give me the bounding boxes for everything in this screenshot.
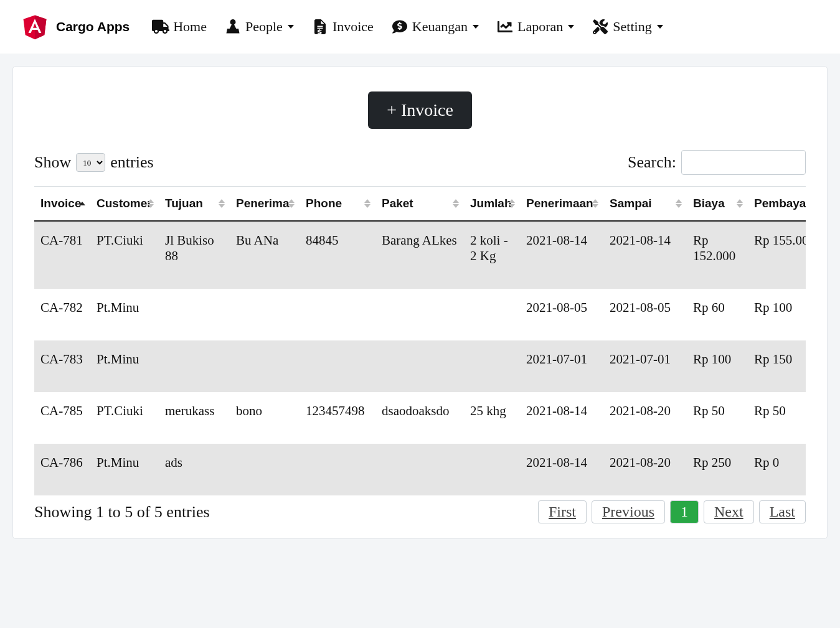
cell-invoice: CA-786 [34, 444, 90, 495]
pager-first[interactable]: First [538, 500, 587, 523]
col-sampai[interactable]: Sampai [603, 187, 687, 221]
cell-pembayaran: Rp 150 [748, 340, 806, 392]
caret-down-icon [473, 25, 479, 29]
cell-paket: dsaodoaksdo [375, 392, 464, 444]
cell-penerimaan: 2021-07-01 [520, 340, 603, 392]
cell-jumlah: 25 khg [464, 392, 520, 444]
invoice-card: + Invoice Show 10 entries Search: [12, 66, 828, 539]
cell-penerimaan: 2021-08-14 [520, 392, 603, 444]
cell-pembayaran: Rp 0 [748, 444, 806, 495]
col-penerimaan[interactable]: Penerimaan [520, 187, 603, 221]
cell-invoice: CA-783 [34, 340, 90, 392]
file-invoice-icon [311, 19, 329, 34]
nav-laporan[interactable]: Laporan [494, 15, 577, 39]
col-customer[interactable]: Customer [90, 187, 159, 221]
nav-people-label: People [245, 19, 283, 35]
cell-penerima [230, 444, 300, 495]
caret-down-icon [568, 25, 574, 29]
search-label: Search: [628, 153, 676, 172]
cell-phone [300, 444, 375, 495]
add-invoice-button[interactable]: + Invoice [368, 91, 472, 129]
nav-home-label: Home [173, 19, 207, 35]
cell-tujuan: ads [159, 444, 230, 495]
cell-paket [375, 340, 464, 392]
search-input[interactable] [681, 150, 806, 175]
table-scroll[interactable]: Invoice Customer Tujuan Penerima Phone P… [34, 186, 806, 495]
cell-customer: PT.Ciuki [90, 221, 159, 289]
caret-down-icon [657, 25, 663, 29]
brand-title[interactable]: Cargo Apps [56, 19, 130, 34]
pager-page-current[interactable]: 1 [670, 500, 699, 523]
table-row: CA-781PT.CiukiJl Bukiso 88Bu ANa84845Bar… [34, 221, 806, 289]
cell-sampai: 2021-08-05 [603, 289, 687, 340]
cell-jumlah [464, 340, 520, 392]
cell-sampai: 2021-08-20 [603, 392, 687, 444]
nav-invoice[interactable]: Invoice [309, 15, 376, 39]
navbar: Cargo Apps Home People Invoice Keuanga [0, 0, 840, 54]
col-tujuan[interactable]: Tujuan [159, 187, 230, 221]
nav-setting-label: Setting [613, 19, 651, 35]
cell-biaya: Rp 152.000 [687, 221, 748, 289]
truck-icon [152, 19, 169, 34]
nav-setting[interactable]: Setting [589, 15, 665, 39]
length-prefix: Show [34, 153, 71, 172]
col-penerima[interactable]: Penerima [230, 187, 300, 221]
col-biaya[interactable]: Biaya [687, 187, 748, 221]
cell-penerimaan: 2021-08-14 [520, 444, 603, 495]
cell-sampai: 2021-08-20 [603, 444, 687, 495]
nav-home[interactable]: Home [149, 15, 209, 39]
nav-keuangan-label: Keuangan [412, 19, 468, 35]
cell-biaya: Rp 100 [687, 340, 748, 392]
cell-penerimaan: 2021-08-14 [520, 221, 603, 289]
pager-previous[interactable]: Previous [592, 500, 665, 523]
cell-pembayaran: Rp 155.000 [748, 221, 806, 289]
nav-invoice-label: Invoice [333, 19, 374, 35]
cell-invoice: CA-782 [34, 289, 90, 340]
cell-sampai: 2021-08-14 [603, 221, 687, 289]
person-icon [224, 19, 242, 34]
cell-pembayaran: Rp 100 [748, 289, 806, 340]
pager-last[interactable]: Last [759, 500, 806, 523]
cell-tujuan [159, 289, 230, 340]
pager-next[interactable]: Next [704, 500, 754, 523]
cell-invoice: CA-785 [34, 392, 90, 444]
col-jumlah[interactable]: Jumlah [464, 187, 520, 221]
comment-dollar-icon [391, 19, 408, 34]
nav-keuangan[interactable]: Keuangan [389, 15, 481, 39]
cell-penerima [230, 289, 300, 340]
cell-paket [375, 289, 464, 340]
nav-people[interactable]: People [222, 15, 296, 39]
col-paket[interactable]: Paket [375, 187, 464, 221]
nav-laporan-label: Laporan [517, 19, 563, 35]
angular-logo-icon [21, 12, 49, 41]
cell-jumlah: 2 koli - 2 Kg [464, 221, 520, 289]
cell-phone [300, 289, 375, 340]
cell-tujuan: Jl Bukiso 88 [159, 221, 230, 289]
search-control: Search: [628, 150, 806, 175]
table-row: CA-783Pt.Minu2021-07-012021-07-01Rp 100R… [34, 340, 806, 392]
cell-tujuan: merukass [159, 392, 230, 444]
col-pembayaran[interactable]: Pembayaran [748, 187, 806, 221]
cell-pembayaran: Rp 50 [748, 392, 806, 444]
col-phone[interactable]: Phone [300, 187, 375, 221]
cell-sampai: 2021-07-01 [603, 340, 687, 392]
cell-biaya: Rp 60 [687, 289, 748, 340]
col-invoice[interactable]: Invoice [34, 187, 90, 221]
cell-penerima [230, 340, 300, 392]
cell-customer: PT.Ciuki [90, 392, 159, 444]
pager: First Previous 1 Next Last [538, 500, 806, 523]
cell-customer: Pt.Minu [90, 289, 159, 340]
cell-phone: 84845 [300, 221, 375, 289]
caret-down-icon [288, 25, 294, 29]
cell-jumlah [464, 289, 520, 340]
chart-line-icon [496, 19, 514, 34]
cell-penerimaan: 2021-08-05 [520, 289, 603, 340]
cell-jumlah [464, 444, 520, 495]
cell-customer: Pt.Minu [90, 340, 159, 392]
cell-biaya: Rp 50 [687, 392, 748, 444]
cell-phone: 123457498 [300, 392, 375, 444]
table-row: CA-786Pt.Minuads2021-08-142021-08-20Rp 2… [34, 444, 806, 495]
table-info: Showing 1 to 5 of 5 entries [34, 503, 210, 522]
cell-biaya: Rp 250 [687, 444, 748, 495]
length-select[interactable]: 10 [76, 153, 105, 172]
